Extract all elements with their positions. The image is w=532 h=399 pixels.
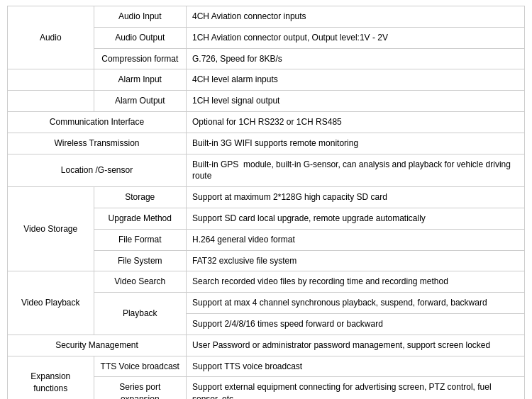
value-cell: 1CH Aviation connector output, Output le… — [187, 27, 525, 48]
subcategory-cell: Storage — [94, 187, 187, 208]
category-cell: Location /G-sensor — [8, 154, 187, 187]
value-cell: Optional for 1CH RS232 or 1CH RS485 — [187, 111, 525, 133]
table-row: Alarm Input4CH level alarm inputs — [8, 69, 525, 91]
category-cell: Wireless Transmission — [8, 133, 187, 154]
table-row: Security ManagementUser Password or admi… — [8, 335, 525, 356]
subcategory-cell: Compression format — [94, 48, 187, 69]
value-cell: Support external equipment connecting fo… — [187, 377, 525, 399]
specs-table: AudioAudio Input4CH Aviation connector i… — [7, 6, 525, 399]
subcategory-cell: Series port expansion — [94, 377, 187, 399]
value-cell: 4CH level alarm inputs — [187, 69, 525, 91]
value-cell: Support at max 4 channel synchronous pla… — [187, 293, 525, 314]
subcategory-cell: Alarm Input — [94, 69, 187, 91]
table-row: Location /G-sensorBuilt-in GPS module, b… — [8, 154, 525, 187]
table-row: Communication InterfaceOptional for 1CH … — [8, 111, 525, 133]
category-cell: Communication Interface — [8, 111, 187, 133]
value-cell: User Password or administrator password … — [187, 335, 525, 356]
value-cell: G.726, Speed for 8KB/s — [187, 48, 525, 69]
value-cell: 4CH Aviation connector inputs — [187, 6, 525, 28]
value-cell: Support at maximum 2*128G high capacity … — [187, 187, 525, 208]
category-cell: Video Playback — [8, 271, 94, 335]
value-cell: Built-in 3G WIFI supports remote monitor… — [187, 133, 525, 154]
subcategory-cell: Audio Output — [94, 27, 187, 48]
table-row: Video PlaybackVideo SearchSearch recorde… — [8, 271, 525, 293]
category-cell: Expansion functions — [8, 356, 94, 399]
subcategory-cell: File System — [94, 250, 187, 271]
value-cell: FAT32 exclusive file system — [187, 250, 525, 271]
table-container: AudioAudio Input4CH Aviation connector i… — [0, 0, 532, 399]
value-cell: H.264 general video format — [187, 229, 525, 250]
category-cell: Video Storage — [8, 187, 94, 271]
subcategory-cell: Playback — [94, 293, 187, 335]
category-cell: Audio — [8, 6, 94, 69]
value-cell: Search recorded video files by recording… — [187, 271, 525, 293]
subcategory-cell: Alarm Output — [94, 91, 187, 112]
value-cell: Built-in GPS module, built-in G-sensor, … — [187, 154, 525, 187]
table-row: Wireless TransmissionBuilt-in 3G WIFI su… — [8, 133, 525, 154]
table-row: Video StorageStorageSupport at maximum 2… — [8, 187, 525, 208]
value-cell: Support TTS voice broadcast — [187, 356, 525, 377]
category-cell-empty — [8, 91, 94, 112]
category-cell: Security Management — [8, 335, 187, 356]
value-cell: Support SD card local upgrade, remote up… — [187, 208, 525, 229]
category-cell-empty — [8, 69, 94, 91]
subcategory-cell: Audio Input — [94, 6, 187, 28]
subcategory-cell: File Format — [94, 229, 187, 250]
value-cell: Support 2/4/8/16 times speed forward or … — [187, 313, 525, 335]
subcategory-cell: Video Search — [94, 271, 187, 293]
value-cell: 1CH level signal output — [187, 91, 525, 112]
table-row: Alarm Output1CH level signal output — [8, 91, 525, 112]
subcategory-cell: TTS Voice broadcast — [94, 356, 187, 377]
table-row: Expansion functionsTTS Voice broadcastSu… — [8, 356, 525, 377]
subcategory-cell: Upgrade Method — [94, 208, 187, 229]
table-row: AudioAudio Input4CH Aviation connector i… — [8, 6, 525, 28]
